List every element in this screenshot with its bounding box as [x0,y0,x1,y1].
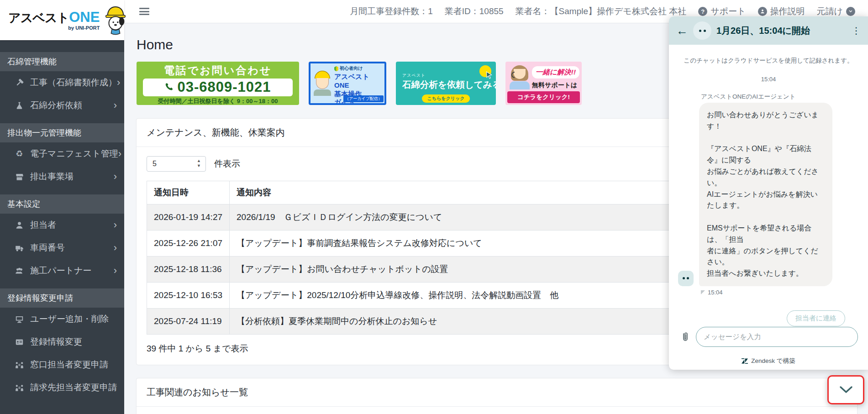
sidebar-item-discharge-site[interactable]: 排出事業場 › [0,165,124,188]
chat-sent-time: 15:04 [708,289,723,296]
chevron-right-icon: › [117,79,120,86]
sidebar-item-billing-contact-change[interactable]: 請求先担当者変更申請 [0,376,124,399]
chat-message-input[interactable] [696,327,858,347]
chat-sender-name: アスベストONEのAIエージェント [701,93,868,101]
operator-illustration [509,65,530,93]
hamburger-menu-icon[interactable] [139,8,149,15]
chat-message-meta: 15:04 [701,289,868,296]
page-size-value: 5 [153,160,157,168]
chat-disclaimer: このチャットはクラウドサービスを使用して記録されます。 [669,57,868,65]
phone-banner-title: 電話でお問い合わせ [137,63,299,78]
recycle-icon: ♻ [14,149,25,158]
beginner-mark-icon [334,66,338,71]
vendor-id-stat: 業者ID：10855 [445,5,504,17]
sidebar-item-label: 排出事業場 [30,171,114,183]
truck-icon [14,243,25,252]
page-size-select[interactable]: 5 ▲▼ [147,156,206,172]
topbar-right-cluster: 月間工事登録件数：1 業者ID：10855 業者名：【Sample】操作デモ株式… [350,5,855,17]
sidebar-section-basic-settings: 基本設定 [0,194,124,214]
construction-notice-card: 工事関連のお知らせ一覧 10 ▲▼ 件表示 [137,378,857,414]
sidebar-item-label: 登録情報変更 [30,336,118,348]
sidebar-item-construction[interactable]: 工事（石綿書類作成） › [0,71,124,94]
construction-card-title: 工事関連のお知らせ一覧 [137,378,857,406]
notice-date: 2025-12-26 21:07 [147,231,230,257]
sidebar-item-registration-info-change[interactable]: 登録情報変更 [0,330,124,353]
phone-inquiry-banner[interactable]: 電話でお問い合わせ 03-6809-1021 受付時間／土日祝祭日を除く 9：0… [137,62,299,105]
role-dropdown[interactable]: 元請け [817,5,855,17]
desktop-icon [14,314,25,324]
brand-byline: by UNI-PORT [8,26,100,31]
chevron-down-icon [839,385,853,394]
manual-link[interactable]: 操作説明 [758,5,805,17]
person-circle-icon [758,7,767,16]
sidebar-item-analysis-request[interactable]: 石綿分析依頼 › [0,94,124,117]
people-arrows-icon [14,383,25,392]
sidebar-item-manifest[interactable]: ♻ 電子マニフェスト管理 › [0,142,124,165]
chevron-right-icon: › [118,151,121,157]
support-line-text: 無料サポートは [532,81,579,89]
sidebar-item-staff[interactable]: 担当者 › [0,214,124,236]
chevron-right-icon: › [114,245,117,251]
support-link[interactable]: ? サポート [698,5,746,17]
contact-agent-button[interactable]: 担当者に連絡 [787,310,845,326]
vendor-name-stat: 業者名：【Sample】操作デモ株式会社 本社 [516,5,687,17]
notice-date: 2026-01-19 14:27 [147,204,230,231]
support-cta: コチラをクリック! [507,91,580,103]
chevron-right-icon: › [114,267,117,274]
basic-guide-banner[interactable]: 初心者向け アスベストONE 基本操作 ガイド （アーカイブ配信） [309,62,386,105]
kebab-menu-icon[interactable]: ⋮ [852,25,861,36]
guide-banner-note: （アーカイブ配信） [343,95,384,102]
dog-mascot-icon [101,4,130,36]
chat-start-time: 15:04 [669,76,868,83]
user-icon [14,220,25,230]
logo-text: アスベストONE by UNI-PORT [8,10,100,31]
sidebar-item-label: 石綿分析依頼 [30,100,114,111]
support-bubble-text: 一緒に解決!! [532,66,579,79]
sidebar-section-waste: 排出物一元管理機能 [0,123,124,142]
powered-by-label: Zendesk で構築 [751,357,795,365]
phone-hours: 受付時間／土日祝祭日を除く 9：00～18：00 [137,97,299,105]
hammer-icon [14,78,25,87]
app-logo[interactable]: アスベストONE by UNI-PORT [0,0,124,40]
brand-name-one: ONE [69,9,100,25]
users-icon [14,266,25,275]
notice-date: 2025-12-10 16:53 [147,283,230,309]
sidebar-item-label: 電子マニフェスト管理 [30,148,118,160]
sidebar-item-label: 請求先担当者変更申請 [30,382,118,393]
sidebar-item-label: 施工パートナー [30,265,114,277]
guide-banner-line1: アスベストONE [334,73,383,90]
asbestos-one-app: { "brand": { "name_jp": "アスベスト", "name_o… [0,0,868,414]
sidebar-item-partners[interactable]: 施工パートナー › [0,259,124,282]
sidebar-item-label: 担当者 [30,219,114,231]
worker-illustration [313,71,331,96]
message-state-icon [701,290,705,294]
agent-avatar [693,21,711,40]
chat-input-row [669,327,868,347]
sidebar-item-window-contact-change[interactable]: 窓口担当者変更申請 [0,353,124,376]
chevron-down-circle-icon [846,7,855,16]
analysis-request-banner[interactable]: アスベスト 石綿分析を依頼してみる こちらをクリック [396,62,496,105]
notice-date: 2025-12-18 11:36 [147,257,230,283]
analysis-cta: こちらをクリック [422,94,470,103]
sidebar-section-registration-change: 登録情報変更申請 [0,288,124,308]
sidebar-item-vehicle-number[interactable]: 車両番号 › [0,236,124,259]
zendesk-logo-icon [742,358,748,364]
phone-icon [164,82,174,92]
chat-minimize-button[interactable] [827,375,864,404]
chat-widget-panel: ← 1月26日、15:04に開始 ⋮ このチャットはクラウドサービスを使用して記… [669,16,868,370]
cursor-click-icon [479,65,491,77]
analysis-title: 石綿分析を依頼してみる [402,79,490,91]
select-stepper-icon: ▲▼ [197,158,201,168]
flask-icon [14,101,25,110]
free-support-banner[interactable]: 一緒に解決!! 無料サポートは コチラをクリック! [505,62,582,105]
phone-number: 03-6809-1021 [177,79,271,95]
chevron-right-icon: › [114,222,117,228]
back-arrow-icon[interactable]: ← [676,25,688,37]
paperclip-icon[interactable] [680,331,690,342]
chat-message-area: このチャットはクラウドサービスを使用して記録されます。 15:04 アスベストO… [669,45,868,327]
store-icon [14,172,25,181]
chevron-right-icon: › [114,102,117,109]
sidebar-nav: 石綿管理機能 工事（石綿書類作成） › 石綿分析依頼 › 排出物一元管理機能 ♻… [0,40,124,399]
monthly-count-stat: 月間工事登録件数：1 [350,5,433,17]
sidebar-item-user-add-delete[interactable]: ユーザー追加・削除 [0,308,124,330]
